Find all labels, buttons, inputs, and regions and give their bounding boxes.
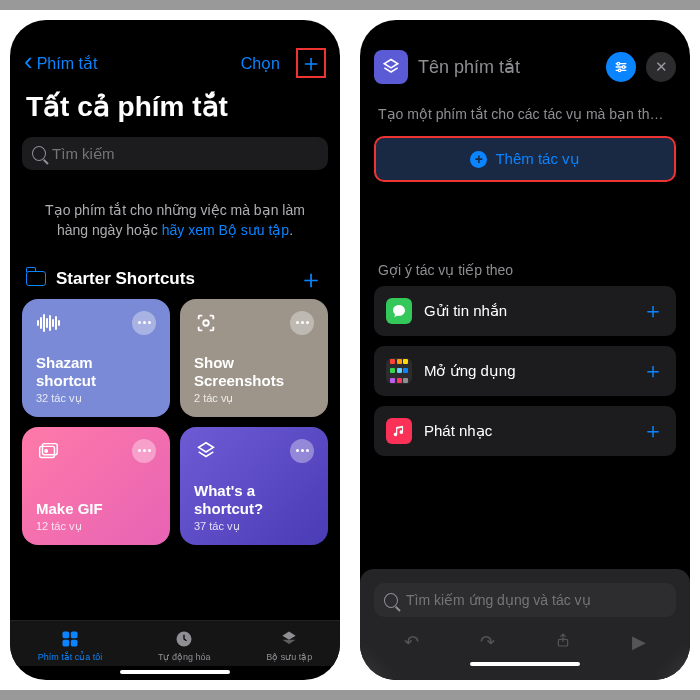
section-add-button[interactable]: ＋ (298, 269, 324, 289)
home-indicator[interactable] (120, 670, 230, 674)
phone-left: Phím tắt Chọn ＋ Tất cả phím tắt Tạo phím… (10, 20, 340, 680)
card-title: What's a shortcut? (194, 482, 314, 518)
empty-hint: Tạo phím tắt cho những việc mà bạn làm h… (10, 182, 340, 261)
play-button[interactable]: ▶ (632, 631, 646, 654)
svg-rect-5 (71, 632, 78, 639)
tab-automation[interactable]: Tự động hóa (158, 629, 211, 662)
back-label: Phím tắt (37, 54, 98, 73)
search-icon (384, 593, 398, 608)
shortcuts-icon (194, 439, 218, 463)
shortcut-card[interactable]: What's a shortcut?37 tác vụ (180, 427, 328, 545)
suggestion-label: Gửi tin nhắn (424, 302, 630, 320)
svg-rect-4 (63, 632, 70, 639)
add-suggestion-button[interactable]: ＋ (642, 356, 664, 386)
svg-point-12 (617, 62, 620, 65)
add-shortcut-button[interactable]: ＋ (296, 48, 326, 78)
editor-hint: Tạo một phím tắt cho các tác vụ mà bạn t… (360, 92, 690, 136)
shortcut-grid: Shazam shortcut32 tác vụ Show Screenshot… (10, 299, 340, 545)
home-indicator[interactable] (470, 662, 580, 666)
redo-button[interactable]: ↷ (480, 631, 495, 654)
nav-bar: Phím tắt Chọn ＋ (10, 40, 340, 86)
plus-icon: ＋ (299, 53, 323, 73)
camera-frame-icon (194, 311, 218, 335)
shortcut-name-field[interactable]: Tên phím tắt (418, 56, 596, 78)
select-button[interactable]: Chọn (241, 54, 280, 73)
svg-point-13 (622, 66, 625, 69)
shortcut-card[interactable]: Make GIF12 tác vụ (22, 427, 170, 545)
add-action-label: Thêm tác vụ (495, 150, 579, 168)
page-title: Tất cả phím tắt (10, 86, 340, 133)
search-input[interactable] (52, 145, 318, 162)
svg-point-0 (203, 320, 209, 326)
svg-rect-7 (71, 640, 78, 647)
phone-right: Tên phím tắt ✕ Tạo một phím tắt cho các … (360, 20, 690, 680)
close-button[interactable]: ✕ (646, 52, 676, 82)
suggestion-row[interactable]: Phát nhạc ＋ (374, 406, 676, 456)
folder-icon (26, 271, 46, 286)
section-title: Starter Shortcuts (56, 269, 195, 289)
svg-point-3 (45, 449, 47, 451)
tab-my-shortcuts[interactable]: Phím tắt của tôi (38, 629, 103, 662)
suggestion-label: Phát nhạc (424, 422, 630, 440)
card-subtitle: 2 tác vụ (194, 392, 314, 405)
card-subtitle: 32 tác vụ (36, 392, 156, 405)
shortcut-card[interactable]: Show Screenshots2 tác vụ (180, 299, 328, 417)
card-more-button[interactable] (290, 311, 314, 335)
add-suggestion-button[interactable]: ＋ (642, 296, 664, 326)
card-more-button[interactable] (290, 439, 314, 463)
chevron-left-icon (24, 53, 35, 74)
toolbar: ↶ ↷ ▶ (374, 617, 676, 658)
add-action-button[interactable]: + Thêm tác vụ (374, 136, 676, 182)
suggestion-label: Mở ứng dụng (424, 362, 630, 380)
card-subtitle: 37 tác vụ (194, 520, 314, 533)
card-more-button[interactable] (132, 311, 156, 335)
undo-button[interactable]: ↶ (404, 631, 419, 654)
gallery-link[interactable]: hãy xem Bộ sưu tập (162, 222, 289, 238)
plus-circle-icon: + (470, 151, 487, 168)
suggestion-row[interactable]: Mở ứng dụng ＋ (374, 346, 676, 396)
messages-icon (386, 298, 412, 324)
editor-header: Tên phím tắt ✕ (360, 40, 690, 92)
card-subtitle: 12 tác vụ (36, 520, 156, 533)
suggestions-label: Gợi ý tác vụ tiếp theo (360, 182, 690, 286)
photos-icon (36, 439, 60, 463)
bottom-panel: ↶ ↷ ▶ (360, 569, 690, 680)
back-button[interactable]: Phím tắt (24, 53, 97, 74)
shortcut-settings-button[interactable] (606, 52, 636, 82)
action-search-bar[interactable] (374, 583, 676, 617)
section-header: Starter Shortcuts ＋ (10, 261, 340, 299)
card-more-button[interactable] (132, 439, 156, 463)
shortcut-app-icon[interactable] (374, 50, 408, 84)
tab-bar: Phím tắt của tôi Tự động hóa Bộ sưu tập (10, 620, 340, 666)
action-search-input[interactable] (406, 592, 666, 608)
add-suggestion-button[interactable]: ＋ (642, 416, 664, 446)
card-title: Make GIF (36, 500, 156, 518)
svg-rect-6 (63, 640, 70, 647)
suggestion-row[interactable]: Gửi tin nhắn ＋ (374, 286, 676, 336)
card-title: Shazam shortcut (36, 354, 156, 390)
music-icon (386, 418, 412, 444)
search-bar[interactable] (22, 137, 328, 170)
share-button[interactable] (555, 631, 571, 654)
svg-point-14 (618, 69, 621, 72)
search-icon (32, 146, 46, 161)
shortcut-card[interactable]: Shazam shortcut32 tác vụ (22, 299, 170, 417)
tab-gallery[interactable]: Bộ sưu tập (266, 629, 312, 662)
card-title: Show Screenshots (194, 354, 314, 390)
waveform-icon (36, 311, 60, 335)
apps-grid-icon (386, 358, 412, 384)
